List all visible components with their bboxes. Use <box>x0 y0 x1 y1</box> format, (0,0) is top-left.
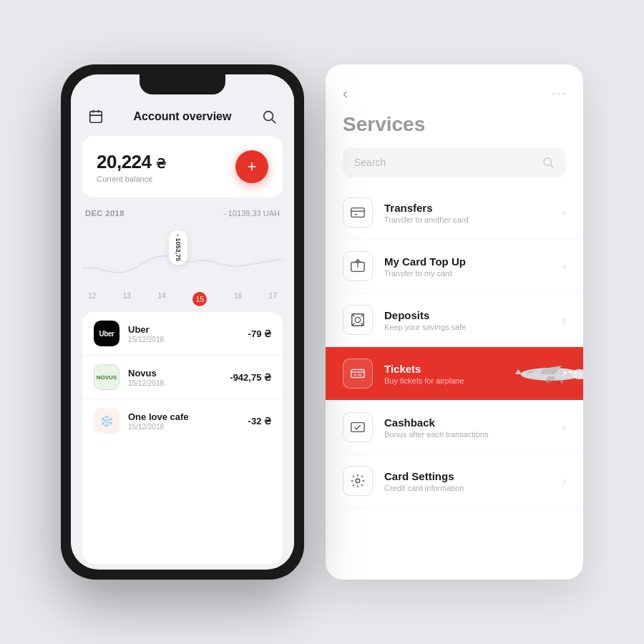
service-name-card-settings: Card Settings <box>384 470 551 482</box>
service-item-deposits[interactable]: Deposits Keep your savings safe › <box>326 293 583 347</box>
svg-rect-22 <box>358 374 362 376</box>
deposits-icon-box <box>343 305 373 335</box>
airplane-illustration <box>512 354 583 394</box>
service-item-transfers[interactable]: Transfers Transfer to another card › <box>326 186 583 240</box>
service-item-tickets[interactable]: Tickets Buy tickets for airplane <box>326 347 583 401</box>
transaction-date-novus: 15/12/2018 <box>128 379 221 387</box>
topup-icon <box>350 258 366 274</box>
phone-device: Account overview 20,224 ₴ Current balanc… <box>61 64 304 580</box>
novus-logo: NOVUS <box>94 364 119 390</box>
svg-point-14 <box>355 317 360 322</box>
transaction-item-uber[interactable]: Uber Uber 15/12/2018 -79 ₴ <box>82 312 283 356</box>
service-item-card-settings[interactable]: Card Settings Credit card information › <box>326 454 583 508</box>
period-label: DEC 2018 <box>85 209 125 218</box>
service-name-cashback: Cashback <box>384 416 551 429</box>
chart-date-12: 12 <box>88 292 96 306</box>
svg-rect-0 <box>90 112 102 123</box>
period-amount: - 10139,33 UAH <box>223 209 280 218</box>
tickets-icon <box>350 366 366 381</box>
transaction-date-uber: 15/12/2018 <box>128 336 240 343</box>
chevron-card-settings: › <box>562 475 566 487</box>
phone-notch <box>140 74 225 94</box>
chart-date-17: 17 <box>269 292 277 306</box>
back-button[interactable]: ‹ <box>343 85 348 102</box>
chart-date-16: 16 <box>234 292 242 306</box>
svg-point-29 <box>569 371 572 374</box>
chevron-topup: › <box>562 260 566 272</box>
add-balance-button[interactable]: + <box>235 150 268 183</box>
card-settings-icon <box>350 473 366 489</box>
service-item-topup[interactable]: My Card Top Up Transfer to my card › <box>326 240 583 293</box>
transfers-icon <box>350 205 366 220</box>
chart-date-15-active[interactable]: 15 <box>192 292 207 306</box>
svg-rect-8 <box>351 208 364 218</box>
svg-point-6 <box>544 158 552 166</box>
chart-area: - 1053,75 12 13 14 15 16 17 <box>82 229 283 301</box>
service-desc-transfers: Transfer to another card <box>384 215 551 224</box>
transaction-date-onelove: 15/12/2018 <box>128 423 240 431</box>
onelove-logo: ❄️ <box>94 408 119 434</box>
service-item-cashback[interactable]: Cashback Bonus after each transactions › <box>326 401 583 454</box>
service-name-topup: My Card Top Up <box>384 255 551 268</box>
service-desc-topup: Transfer to my card <box>384 269 551 278</box>
transaction-name-onelove: One love cafe <box>128 411 240 422</box>
more-button[interactable]: ⋯ <box>552 84 566 102</box>
services-list: Transfers Transfer to another card › My … <box>326 186 583 580</box>
transaction-info-novus: Novus 15/12/2018 <box>128 368 221 387</box>
transaction-name-novus: Novus <box>128 368 221 379</box>
chevron-deposits: › <box>562 314 566 326</box>
svg-line-5 <box>272 119 275 123</box>
service-name-deposits: Deposits <box>384 309 551 321</box>
service-info-topup: My Card Top Up Transfer to my card <box>384 255 551 278</box>
svg-point-37 <box>356 479 360 483</box>
uber-logo: Uber <box>94 321 119 346</box>
svg-rect-21 <box>354 374 357 376</box>
service-info-deposits: Deposits Keep your savings safe <box>384 309 551 331</box>
card-settings-icon-box <box>343 466 373 496</box>
services-header: ‹ ⋯ <box>326 64 583 113</box>
service-info-cashback: Cashback Bonus after each transactions <box>384 416 551 439</box>
service-desc-cashback: Bonus after each transactions <box>384 430 551 439</box>
chart-tooltip: - 1053,75 <box>169 230 187 265</box>
services-panel: ‹ ⋯ Services Search <box>326 64 583 580</box>
chart-date-14: 14 <box>158 292 166 306</box>
phone-header-title: Account overview <box>134 110 232 123</box>
service-info-transfers: Transfers Transfer to another card <box>384 202 551 224</box>
tickets-icon-box <box>343 358 373 389</box>
phone-content: 20,224 ₴ Current balance + DEC 2018 - 10… <box>71 136 294 570</box>
service-name-transfers: Transfers <box>384 202 551 214</box>
svg-line-7 <box>550 165 553 167</box>
transaction-amount-onelove: -32 ₴ <box>248 416 271 426</box>
services-title: Services <box>326 113 583 147</box>
search-icon[interactable] <box>261 109 277 125</box>
balance-label: Current balance <box>97 175 166 183</box>
service-desc-deposits: Keep your savings safe <box>384 323 551 331</box>
svg-rect-19 <box>351 370 364 378</box>
calendar-icon <box>88 109 104 125</box>
transaction-info-uber: Uber 15/12/2018 <box>128 324 240 343</box>
balance-amount: 20,224 ₴ <box>97 151 166 173</box>
transaction-name-uber: Uber <box>128 324 240 335</box>
cashback-icon <box>350 419 366 435</box>
svg-point-30 <box>574 371 577 374</box>
transaction-amount-uber: -79 ₴ <box>248 328 271 339</box>
chart-date-13: 13 <box>123 292 131 306</box>
transaction-item-novus[interactable]: NOVUS Novus 15/12/2018 -942,75 ₴ <box>82 356 283 399</box>
service-info-card-settings: Card Settings Credit card information <box>384 470 551 492</box>
balance-card: 20,224 ₴ Current balance + <box>82 136 283 197</box>
transaction-info-onelove: One love cafe 15/12/2018 <box>128 411 240 431</box>
services-search[interactable]: Search <box>343 147 566 177</box>
transaction-list: Uber Uber 15/12/2018 -79 ₴ NOVUS Novus 1… <box>82 312 283 564</box>
topup-icon-box <box>343 251 373 281</box>
chevron-tickets: › <box>562 368 566 379</box>
phone-screen: Account overview 20,224 ₴ Current balanc… <box>71 74 294 570</box>
search-placeholder: Search <box>354 157 536 168</box>
transaction-item-onelove[interactable]: ❄️ One love cafe 15/12/2018 -32 ₴ <box>82 399 283 442</box>
chart-dates: 12 13 14 15 16 17 <box>82 292 283 306</box>
transaction-amount-novus: -942,75 ₴ <box>230 372 271 383</box>
chevron-transfers: › <box>562 207 566 218</box>
search-icon-services <box>542 156 555 169</box>
service-desc-card-settings: Credit card information <box>384 484 551 492</box>
svg-point-4 <box>264 112 273 121</box>
cashback-icon-box <box>343 412 373 442</box>
